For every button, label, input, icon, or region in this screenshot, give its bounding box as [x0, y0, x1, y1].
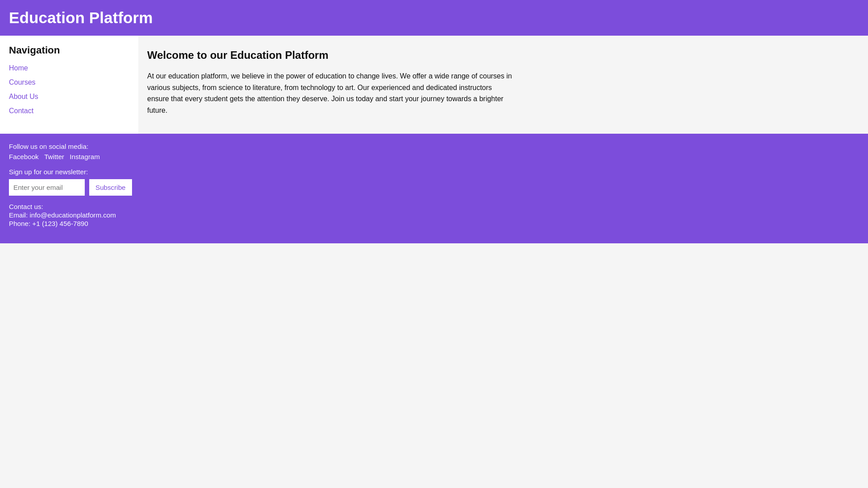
- nav-link-courses[interactable]: Courses: [9, 78, 129, 86]
- social-section: Follow us on social media: Facebook Twit…: [9, 143, 859, 161]
- nav-link-home[interactable]: Home: [9, 64, 129, 72]
- newsletter-form: Subscribe: [9, 179, 859, 196]
- main-content: Welcome to our Education Platform At our…: [138, 36, 868, 129]
- newsletter-heading: Sign up for our newsletter:: [9, 168, 859, 176]
- sidebar-heading: Navigation: [9, 45, 129, 56]
- social-links: Facebook Twitter Instagram: [9, 153, 859, 161]
- nav-link-about[interactable]: About Us: [9, 93, 129, 101]
- social-link-instagram[interactable]: Instagram: [70, 153, 100, 160]
- contact-email: Email: info@educationplatform.com: [9, 211, 859, 219]
- sidebar-nav: Home Courses About Us Contact: [9, 64, 129, 115]
- site-footer: Follow us on social media: Facebook Twit…: [0, 134, 868, 243]
- contact-phone: Phone: +1 (123) 456-7890: [9, 220, 859, 227]
- body-wrapper: Navigation Home Courses About Us Contact…: [0, 36, 868, 134]
- main-heading: Welcome to our Education Platform: [147, 49, 859, 62]
- site-title: Education Platform: [9, 9, 859, 27]
- nav-link-contact[interactable]: Contact: [9, 107, 129, 115]
- contact-section: Contact us: Email: info@educationplatfor…: [9, 203, 859, 227]
- newsletter-section: Sign up for our newsletter: Subscribe: [9, 168, 859, 196]
- site-header: Education Platform: [0, 0, 868, 36]
- social-heading: Follow us on social media:: [9, 143, 859, 150]
- contact-heading: Contact us:: [9, 203, 859, 210]
- social-link-facebook[interactable]: Facebook: [9, 153, 39, 160]
- social-link-twitter[interactable]: Twitter: [44, 153, 64, 160]
- main-body: At our education platform, we believe in…: [147, 70, 513, 116]
- newsletter-email-input[interactable]: [9, 179, 85, 196]
- sidebar: Navigation Home Courses About Us Contact: [0, 36, 138, 134]
- newsletter-subscribe-button[interactable]: Subscribe: [89, 179, 132, 196]
